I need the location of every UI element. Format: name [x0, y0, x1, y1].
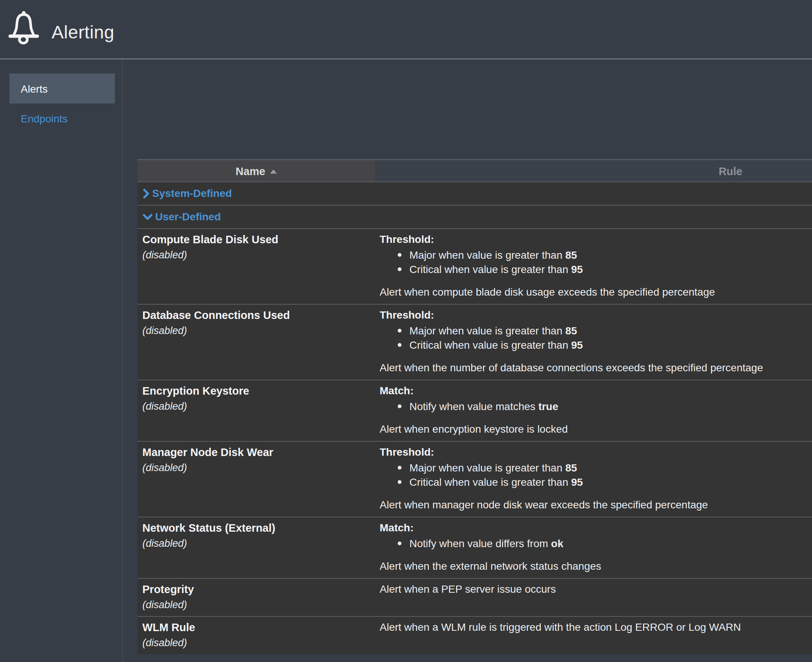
alert-name: Database Connections Used — [142, 308, 371, 323]
section-row-system-defined[interactable]: System-Defined — [137, 182, 812, 205]
rule-summary: Alert when the number of database connec… — [379, 361, 801, 375]
rule-type-label: Threshold: — [379, 308, 801, 323]
chevron-right-icon — [142, 188, 150, 199]
sidebar-item-label: Alerts — [21, 83, 48, 95]
alert-rule-cell: Threshold:Major when value is greater th… — [375, 442, 812, 517]
table-row[interactable]: Network Status (External)(disabled)Match… — [137, 517, 812, 578]
alert-status: (disabled) — [142, 247, 371, 263]
rule-condition: Major when value is greater than 85 — [379, 324, 801, 338]
alert-status: (disabled) — [142, 535, 371, 551]
alert-status: (disabled) — [142, 398, 371, 414]
alert-name-cell: Database Connections Used(disabled) — [137, 305, 375, 379]
sidebar-divider — [122, 59, 123, 662]
rule-conditions: Major when value is greater than 85Criti… — [379, 324, 801, 352]
table-row[interactable]: Compute Blade Disk Used(disabled)Thresho… — [137, 229, 812, 304]
rule-type-label: Match: — [379, 521, 801, 535]
alert-status: (disabled) — [142, 323, 371, 339]
table-row[interactable]: Database Connections Used(disabled)Thres… — [137, 305, 812, 379]
rule-condition: Major when value is greater than 85 — [379, 248, 801, 262]
rule-condition: Notify when value matches true — [379, 400, 801, 414]
table-row[interactable]: WLM Rule(disabled)Alert when a WLM rule … — [137, 617, 812, 654]
sidebar-item-label: Endpoints — [21, 113, 68, 125]
rule-summary: Alert when compute blade disk usage exce… — [379, 285, 801, 299]
table-body: System-DefinedUser-DefinedCompute Blade … — [137, 182, 812, 654]
section-label: System-Defined — [152, 188, 232, 199]
bell-icon — [8, 11, 39, 49]
alert-rule-cell: Alert when a PEP server issue occurs — [375, 579, 812, 616]
rule-summary: Alert when the external network status c… — [379, 559, 801, 574]
rule-summary: Alert when a WLM rule is triggered with … — [379, 620, 801, 635]
alert-rule-cell: Match:Notify when value differs from okA… — [375, 517, 812, 578]
column-header-rule[interactable]: Rule — [375, 160, 812, 182]
rule-summary: Alert when manager node disk wear exceed… — [379, 498, 801, 512]
alert-status: (disabled) — [142, 635, 371, 651]
alert-rule-cell: Threshold:Major when value is greater th… — [375, 229, 812, 304]
table-header: Name Rule — [137, 160, 812, 182]
sidebar-item-endpoints[interactable]: Endpoints — [21, 113, 68, 125]
rule-condition: Major when value is greater than 85 — [379, 461, 801, 475]
alert-name-cell: Network Status (External)(disabled) — [137, 517, 375, 578]
section-label: User-Defined — [155, 211, 221, 223]
alert-name: Network Status (External) — [142, 521, 371, 535]
table-row[interactable]: Encryption Keystore(disabled)Match:Notif… — [137, 380, 812, 441]
alert-rule-cell: Threshold:Major when value is greater th… — [375, 305, 812, 379]
table-row[interactable]: Protegrity(disabled)Alert when a PEP ser… — [137, 579, 812, 616]
column-header-name-label: Name — [236, 166, 265, 178]
column-header-name[interactable]: Name — [137, 160, 375, 182]
rule-conditions: Major when value is greater than 85Criti… — [379, 248, 801, 277]
rule-condition: Critical when value is greater than 95 — [379, 262, 801, 277]
alert-name-cell: Protegrity(disabled) — [137, 579, 375, 616]
rule-conditions: Notify when value matches true — [379, 400, 801, 414]
alert-name-cell: WLM Rule(disabled) — [137, 617, 375, 654]
rule-conditions: Major when value is greater than 85Criti… — [379, 461, 801, 490]
sidebar: Alerts Endpoints — [0, 59, 122, 662]
rule-type-label: Threshold: — [379, 445, 801, 460]
alert-name: WLM Rule — [142, 620, 371, 635]
alert-status: (disabled) — [142, 597, 371, 613]
rule-type-label: Match: — [379, 383, 801, 398]
table-row[interactable]: Manager Node Disk Wear(disabled)Threshol… — [137, 442, 812, 517]
rule-conditions: Notify when value differs from ok — [379, 537, 801, 551]
sidebar-item-alerts[interactable]: Alerts — [10, 74, 115, 104]
section-row-user-defined[interactable]: User-Defined — [137, 206, 812, 228]
alert-name-cell: Compute Blade Disk Used(disabled) — [137, 229, 375, 304]
sort-asc-icon — [270, 169, 277, 174]
rule-type-label: Threshold: — [379, 232, 801, 247]
rule-condition: Critical when value is greater than 95 — [379, 475, 801, 490]
alert-name: Manager Node Disk Wear — [142, 445, 371, 460]
alert-name: Protegrity — [142, 582, 371, 597]
alert-name-cell: Manager Node Disk Wear(disabled) — [137, 442, 375, 517]
rule-condition: Notify when value differs from ok — [379, 537, 801, 551]
rule-summary: Alert when encryption keystore is locked — [379, 422, 801, 436]
alert-rule-cell: Alert when a WLM rule is triggered with … — [375, 617, 812, 654]
alert-name: Encryption Keystore — [142, 383, 371, 398]
alerts-table: Name Rule System-DefinedUser-DefinedComp… — [137, 159, 812, 654]
column-header-rule-label: Rule — [719, 166, 742, 178]
chevron-down-icon — [142, 213, 153, 221]
alert-rule-cell: Match:Notify when value matches trueAler… — [375, 380, 812, 441]
alert-status: (disabled) — [142, 460, 371, 476]
rule-summary: Alert when a PEP server issue occurs — [379, 582, 801, 597]
alert-name: Compute Blade Disk Used — [142, 232, 371, 247]
app-header: Alerting — [0, 0, 812, 58]
page-title: Alerting — [51, 22, 114, 43]
alert-name-cell: Encryption Keystore(disabled) — [137, 380, 375, 441]
rule-condition: Critical when value is greater than 95 — [379, 338, 801, 352]
